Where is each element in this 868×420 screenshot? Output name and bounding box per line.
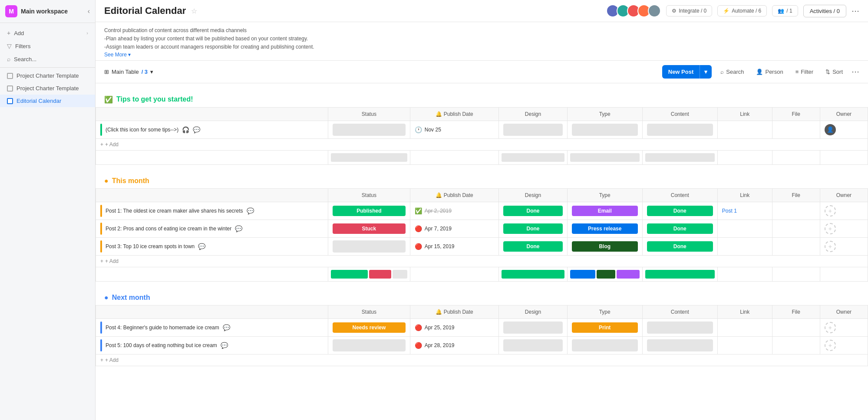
post4-design-cell[interactable] xyxy=(499,318,567,336)
chat-icon[interactable]: 💬 xyxy=(235,225,242,232)
star-icon[interactable]: ☆ xyxy=(191,7,197,15)
chat-icon[interactable]: 💬 xyxy=(247,207,254,214)
post2-status-cell[interactable]: Stuck xyxy=(328,220,410,237)
post4-date-cell[interactable]: 🔴 Apr 25, 2019 xyxy=(410,318,499,336)
add-row-cell[interactable]: + + Add xyxy=(96,354,868,366)
sort-button[interactable]: ⇅ Sort xyxy=(822,66,846,77)
chat-icon[interactable]: 💬 xyxy=(221,342,228,349)
plus-icon: + xyxy=(100,357,103,363)
post5-status-cell[interactable] xyxy=(328,336,410,354)
see-more-button[interactable]: See More ▾ xyxy=(104,52,859,58)
post5-type-cell[interactable] xyxy=(567,336,642,354)
post5-content-cell[interactable] xyxy=(642,336,717,354)
col-header-name-m xyxy=(96,188,328,202)
sidebar-item-add[interactable]: + Add › xyxy=(0,26,95,39)
chat-icon[interactable]: 💬 xyxy=(198,243,205,250)
post4-owner-cell[interactable]: + xyxy=(820,318,868,336)
new-post-button[interactable]: New Post ▾ xyxy=(662,65,712,79)
post1-date-cell[interactable]: ✅ Apr 2, 2019 xyxy=(410,202,499,220)
post4-link-cell[interactable] xyxy=(717,318,772,336)
post3-owner-cell[interactable]: + xyxy=(820,237,868,255)
col-header-file: File xyxy=(772,107,820,121)
post3-content-cell[interactable]: Done xyxy=(642,237,717,255)
summary-row-this-month xyxy=(96,267,868,281)
row-file-cell[interactable] xyxy=(772,121,820,138)
post4-content-cell[interactable] xyxy=(642,318,717,336)
post3-date-cell[interactable]: 🔴 Apr 15, 2019 xyxy=(410,237,499,255)
post3-link-cell[interactable] xyxy=(717,237,772,255)
status-empty xyxy=(333,240,406,253)
sidebar-item-project1[interactable]: Project Charter Template xyxy=(0,69,95,82)
post5-design-cell[interactable] xyxy=(499,336,567,354)
chat-icon[interactable]: 💬 xyxy=(223,324,230,331)
row-type-cell[interactable] xyxy=(567,121,642,138)
person-button[interactable]: 👤 Person xyxy=(752,66,786,77)
sidebar-item-project2[interactable]: Project Charter Template xyxy=(0,82,95,95)
automate-button[interactable]: ⚡ Automate / 6 xyxy=(717,5,767,16)
group-next-month-header: ● Next month xyxy=(96,290,868,305)
new-post-dropdown-icon[interactable]: ▾ xyxy=(700,65,712,79)
summary-link-cell xyxy=(717,150,772,164)
toolbar-more-icon[interactable]: ⋯ xyxy=(851,67,859,76)
post2-link-cell[interactable] xyxy=(717,220,772,237)
post1-file-cell[interactable] xyxy=(772,202,820,220)
type-print: Print xyxy=(572,322,638,333)
post5-file-cell[interactable] xyxy=(772,336,820,354)
chat-icon[interactable]: 💬 xyxy=(193,126,200,133)
summary-bar-green xyxy=(331,270,368,279)
type-badge-email: Email xyxy=(572,206,638,216)
tip-icon[interactable]: 🎧 xyxy=(182,126,189,133)
filter-button[interactable]: ≡ Filter xyxy=(792,66,817,77)
post1-type-cell[interactable]: Email xyxy=(567,202,642,220)
post1-design-cell[interactable]: Done xyxy=(499,202,567,220)
add-row-cell[interactable]: + + Add xyxy=(96,138,868,150)
post4-status-cell[interactable]: Needs review xyxy=(328,318,410,336)
row-status-cell[interactable] xyxy=(328,121,410,138)
type-empty xyxy=(572,124,638,136)
post1-link[interactable]: Post 1 xyxy=(722,208,737,214)
activities-button[interactable]: Activities / 0 xyxy=(803,5,846,17)
post3-file-cell[interactable] xyxy=(772,237,820,255)
post3-type-cell[interactable]: Blog xyxy=(567,237,642,255)
content-done: Done xyxy=(647,241,713,252)
project1-checkbox xyxy=(7,73,13,79)
add-row-cell[interactable]: + + Add xyxy=(96,255,868,267)
post2-file-cell[interactable] xyxy=(772,220,820,237)
row-content-cell[interactable] xyxy=(642,121,717,138)
sidebar-item-filters[interactable]: ▽ Filters xyxy=(0,39,95,52)
post5-owner-cell[interactable]: + xyxy=(820,336,868,354)
post1-content-cell[interactable]: Done xyxy=(642,202,717,220)
add-row-this-month[interactable]: + + Add xyxy=(96,255,868,267)
more-options-icon[interactable]: ⋯ xyxy=(851,6,859,16)
add-row-next-month[interactable]: + + Add xyxy=(96,354,868,366)
sidebar-item-editorial[interactable]: Editorial Calendar xyxy=(0,95,95,107)
row-date-cell[interactable]: 🕐 Nov 25 xyxy=(410,121,499,138)
post1-owner-cell[interactable]: + xyxy=(820,202,868,220)
add-row-tips[interactable]: + + Add xyxy=(96,138,868,150)
row-link-cell[interactable] xyxy=(717,121,772,138)
post4-type-cell[interactable]: Print xyxy=(567,318,642,336)
post3-design-cell[interactable]: Done xyxy=(499,237,567,255)
post2-design-cell[interactable]: Done xyxy=(499,220,567,237)
post2-type-cell[interactable]: Press release xyxy=(567,220,642,237)
row-owner-cell[interactable]: 👤 xyxy=(820,121,868,138)
collapse-sidebar-button[interactable]: ‹ xyxy=(88,7,90,15)
row-design-cell[interactable] xyxy=(499,121,567,138)
post1-status-cell[interactable]: Published xyxy=(328,202,410,220)
integrate-button[interactable]: ⚙ Integrate / 0 xyxy=(666,5,712,16)
members-button[interactable]: 👥 / 1 xyxy=(772,5,798,16)
table-selector[interactable]: ⊞ Main Table / 3 ▾ xyxy=(104,69,153,75)
design-empty xyxy=(503,322,562,334)
post2-date-cell[interactable]: 🔴 Apr 7, 2019 xyxy=(410,220,499,237)
post4-file-cell[interactable] xyxy=(772,318,820,336)
post3-status-cell[interactable] xyxy=(328,237,410,255)
search-button[interactable]: ⌕ Search xyxy=(717,66,747,77)
sidebar-item-search[interactable]: ⌕ Search... xyxy=(0,52,95,66)
post2-owner-cell[interactable]: + xyxy=(820,220,868,237)
post5-name: Post 5: 100 days of eating nothing but i… xyxy=(106,342,217,348)
post5-date: Apr 28, 2019 xyxy=(425,342,455,348)
post1-link-cell[interactable]: Post 1 xyxy=(717,202,772,220)
post5-date-cell[interactable]: 🔴 Apr 28, 2019 xyxy=(410,336,499,354)
post2-content-cell[interactable]: Done xyxy=(642,220,717,237)
post5-link-cell[interactable] xyxy=(717,336,772,354)
